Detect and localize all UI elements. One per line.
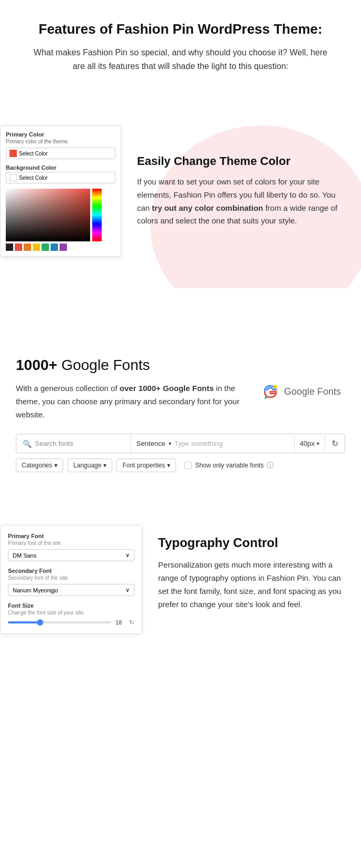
primary-font-label: Primary Font bbox=[8, 533, 134, 539]
typography-section: Primary Font Primary font of the site. D… bbox=[0, 504, 361, 650]
size-arrow-icon: ▾ bbox=[317, 441, 319, 446]
variable-fonts-checkbox-wrap[interactable]: Show only variable fonts ⓘ bbox=[184, 461, 274, 470]
theme-color-content: Primary Color Primary color of the theme… bbox=[0, 125, 361, 257]
select-bg-color-label: Select Color bbox=[19, 175, 47, 181]
features-header: Features of Fashion Pin WordPress Theme:… bbox=[0, 0, 361, 89]
size-label: 40px bbox=[300, 440, 315, 447]
font-search-bar[interactable]: 🔍 Search fonts Sentence ▾ Type something… bbox=[16, 434, 345, 453]
language-label: Language bbox=[73, 462, 101, 469]
primary-font-arrow: ∨ bbox=[125, 552, 130, 559]
color-gradient bbox=[6, 189, 90, 241]
info-icon: ⓘ bbox=[267, 461, 274, 470]
bg-color-swatch bbox=[9, 174, 17, 181]
refresh-icon[interactable]: ↻ bbox=[331, 439, 338, 448]
typography-text: Typography Control Personalization gets … bbox=[142, 525, 361, 621]
secondary-font-select[interactable]: Nanum Myeongjo ∨ bbox=[8, 584, 134, 596]
font-size-slider-thumb[interactable] bbox=[37, 619, 43, 626]
language-arrow-icon: ▾ bbox=[103, 462, 106, 469]
hue-bar bbox=[92, 189, 102, 241]
theme-color-title: Easily Change Theme Color bbox=[137, 154, 345, 168]
background-color-label: Background Color bbox=[6, 164, 115, 171]
google-fonts-icon bbox=[261, 382, 280, 401]
features-title: Features of Fashion Pin WordPress Theme: bbox=[32, 21, 329, 37]
typography-mockup: Primary Font Primary font of the site. D… bbox=[0, 525, 142, 634]
font-size-sub: Change the font size of your site. bbox=[8, 610, 134, 616]
search-fonts-placeholder: Search fonts bbox=[35, 440, 73, 447]
primary-font-sub: Primary font of the site. bbox=[8, 540, 134, 546]
google-fonts-title: 1000+ Google Fonts bbox=[16, 357, 345, 374]
color-swatch bbox=[9, 150, 17, 157]
secondary-font-label: Secondary Font bbox=[8, 568, 134, 574]
swatch-red bbox=[15, 243, 22, 251]
secondary-font-value: Nanum Myeongjo bbox=[13, 587, 58, 593]
font-size-label: Font Size bbox=[8, 602, 134, 609]
color-picker-mockup: Primary Color Primary color of the theme… bbox=[0, 125, 121, 257]
theme-color-description: If you want to set your own set of color… bbox=[137, 175, 345, 228]
categories-arrow-icon: ▾ bbox=[54, 462, 57, 469]
refresh-section[interactable]: ↻ bbox=[325, 434, 345, 453]
font-properties-button[interactable]: Font properties ▾ bbox=[116, 459, 176, 472]
svg-point-1 bbox=[273, 385, 277, 389]
font-size-slider-track[interactable] bbox=[8, 621, 111, 623]
sentence-label: Sentence bbox=[136, 440, 165, 447]
google-fonts-count: 1000+ bbox=[16, 357, 57, 373]
font-properties-label: Font properties bbox=[122, 462, 165, 469]
google-fonts-section: 1000+ Google Fonts With a generous colle… bbox=[0, 330, 361, 483]
font-size-slider-row: 18 ↻ bbox=[8, 619, 134, 626]
search-section[interactable]: 🔍 Search fonts bbox=[16, 435, 131, 452]
select-color-button[interactable]: Select Color bbox=[6, 148, 115, 159]
features-description: What makes Fashion Pin so special, and w… bbox=[32, 46, 329, 73]
select-bg-color-button[interactable]: Select Color bbox=[6, 172, 115, 183]
swatch-purple bbox=[60, 243, 67, 251]
typography-title: Typography Control bbox=[158, 535, 345, 550]
google-fonts-text: Google Fonts bbox=[284, 386, 341, 397]
font-properties-arrow-icon: ▾ bbox=[167, 462, 170, 469]
primary-font-value: DM Sans bbox=[13, 552, 36, 559]
color-swatches-row bbox=[6, 243, 115, 251]
google-fonts-label: Google Fonts bbox=[57, 357, 150, 373]
font-filter-bar: Categories ▾ Language ▾ Font properties … bbox=[16, 453, 345, 472]
fonts-description: With a generous collection of over 1000+… bbox=[16, 382, 345, 421]
primary-color-sub: Primary color of the theme. bbox=[6, 139, 115, 144]
sentence-arrow-icon: ▾ bbox=[169, 441, 171, 446]
variable-fonts-label: Show only variable fonts bbox=[195, 462, 264, 469]
sentence-section[interactable]: Sentence ▾ Type something bbox=[131, 435, 295, 452]
secondary-font-sub: Secondary font of the site. bbox=[8, 575, 134, 581]
swatch-orange bbox=[24, 243, 31, 251]
slider-reset-icon[interactable]: ↻ bbox=[129, 619, 134, 626]
fonts-desc-text: With a generous collection of over 1000+… bbox=[16, 382, 245, 421]
categories-button[interactable]: Categories ▾ bbox=[16, 459, 63, 472]
typography-description: Personalization gets much more interesti… bbox=[158, 559, 345, 611]
theme-color-text: Easily Change Theme Color If you want to… bbox=[126, 144, 361, 238]
categories-label: Categories bbox=[22, 462, 52, 469]
type-something-placeholder: Type something bbox=[174, 440, 223, 447]
swatch-black bbox=[6, 243, 13, 251]
theme-color-section: Primary Color Primary color of the theme… bbox=[0, 110, 361, 288]
primary-color-label: Primary Color bbox=[6, 131, 115, 138]
google-fonts-logo: Google Fonts bbox=[261, 382, 345, 401]
swatch-blue bbox=[51, 243, 58, 251]
variable-fonts-checkbox[interactable] bbox=[184, 462, 192, 469]
secondary-font-arrow: ∨ bbox=[125, 587, 130, 593]
font-size-slider-fill bbox=[8, 621, 39, 623]
language-button[interactable]: Language ▾ bbox=[67, 459, 112, 472]
font-size-value: 18 bbox=[115, 619, 125, 626]
search-icon: 🔍 bbox=[23, 440, 32, 448]
size-section[interactable]: 40px ▾ bbox=[295, 435, 325, 452]
swatch-yellow bbox=[33, 243, 40, 251]
primary-font-select[interactable]: DM Sans ∨ bbox=[8, 549, 134, 561]
swatch-green bbox=[42, 243, 49, 251]
select-color-label: Select Color bbox=[19, 151, 47, 157]
